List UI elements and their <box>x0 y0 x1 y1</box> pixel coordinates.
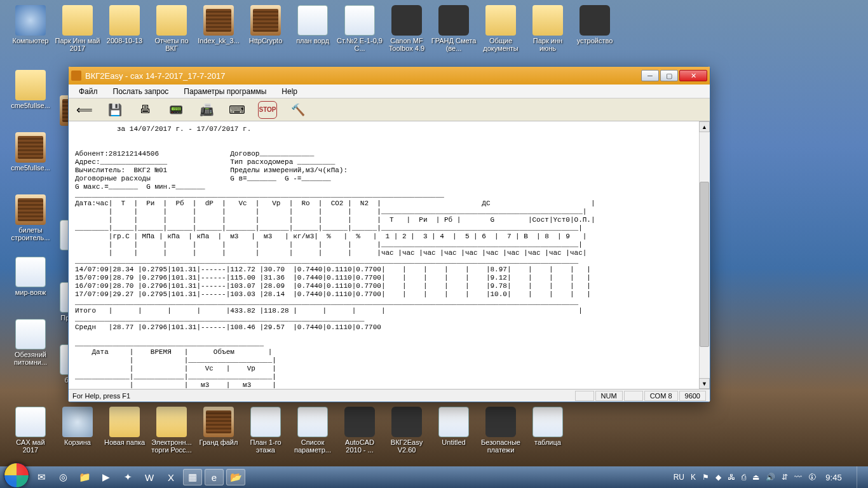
tray-action-icon[interactable]: ⏏ <box>752 473 759 482</box>
desktop-icon[interactable]: HttpCrypto <box>243 5 288 44</box>
desktop-icon[interactable]: Untitled <box>431 407 477 446</box>
desktop-icon-label: билеты строитель... <box>8 226 53 241</box>
file-icon <box>297 407 328 437</box>
stop-button[interactable]: STOP <box>258 101 277 119</box>
desktop-icon[interactable]: Безопасные платежи <box>478 407 524 454</box>
desktop-icon[interactable]: мир-вояж <box>8 257 53 296</box>
desktop-icon[interactable]: Компьютер <box>8 5 53 44</box>
tray-flag-icon[interactable]: ⚑ <box>702 473 709 482</box>
taskbar-item-explorer[interactable]: 📁 <box>75 469 94 485</box>
archive-icon <box>15 132 46 163</box>
desktop-icon-label: Index_kk_3... <box>196 37 241 44</box>
desktop-icon[interactable]: Новая папка <box>102 407 147 446</box>
desktop-icon[interactable]: план ворд <box>290 5 336 44</box>
system-tray: RU K ⚑ ◆ 🖧 ⎙ ⏏ 🔊 ⇵ 〰 🛈 9:45 <box>668 473 850 482</box>
tools-button[interactable]: 🔨 <box>288 101 308 119</box>
desktop-icon-label: План 1-го этажа <box>243 438 288 454</box>
app-icon <box>580 5 610 36</box>
maximize-button[interactable]: ▢ <box>660 70 678 81</box>
app-window: ВКГ2Easy - сах 14-7-2017_17-7-2017 ─ ▢ ✕… <box>68 66 710 402</box>
taskbar-item-media[interactable]: ▶ <box>97 469 116 485</box>
desktop-icon-label: AutoCAD 2010 - ... <box>337 438 383 454</box>
tray-network-icon[interactable]: 🖧 <box>728 473 735 482</box>
menu-help[interactable]: Help <box>275 86 304 97</box>
menu-file[interactable]: Файл <box>72 86 104 97</box>
scroll-up-button[interactable]: ▲ <box>699 121 710 132</box>
taskbar-item-vkg2easy[interactable]: ▦ <box>183 469 202 485</box>
file-icon <box>532 407 563 437</box>
back-button[interactable]: ⟸ <box>75 101 94 119</box>
scroll-thumb[interactable] <box>700 182 709 347</box>
desktop-icon[interactable]: Отчеты по ВКГ <box>149 5 194 52</box>
desktop-icon[interactable]: Index_kk_3... <box>196 5 241 44</box>
desktop-icon-label: Парк Инн май 2017 <box>55 37 100 52</box>
app-icon <box>438 5 469 36</box>
folder-icon <box>109 407 140 437</box>
desktop-icon[interactable]: САХ май 2017 <box>8 407 53 454</box>
menubar: Файл Послать запрос Параметры программы … <box>69 85 710 98</box>
app-icon <box>344 407 375 437</box>
taskbar-item-folder[interactable]: 📂 <box>226 469 245 485</box>
tray-av-icon[interactable]: K <box>691 473 696 482</box>
desktop-icon[interactable]: Ст.№2 E-1-0,9 C... <box>337 5 383 52</box>
vertical-scrollbar[interactable]: ▲ ▼ <box>699 121 710 389</box>
close-button[interactable]: ✕ <box>679 70 707 81</box>
taskbar-item-excel[interactable]: X <box>161 469 180 485</box>
desktop-icon[interactable]: Обезяний питомни... <box>8 319 53 366</box>
archive-icon <box>203 5 234 36</box>
menu-program-params[interactable]: Параметры программы <box>177 86 273 97</box>
tray-volume-icon[interactable]: 🔊 <box>766 473 775 482</box>
tray-net2-icon[interactable]: 〰 <box>794 473 802 482</box>
tray-usb-icon[interactable]: ⇵ <box>782 473 788 482</box>
tray-lang[interactable]: RU <box>674 473 684 482</box>
save-button[interactable]: 💾 <box>105 101 125 119</box>
desktop-icon[interactable]: Парк Инн май 2017 <box>55 5 100 52</box>
titlebar[interactable]: ВКГ2Easy - сах 14-7-2017_17-7-2017 ─ ▢ ✕ <box>69 67 710 85</box>
tray-device-icon[interactable]: ⎙ <box>742 473 746 482</box>
desktop-icon[interactable]: таблица <box>525 407 571 446</box>
taskbar-item-word[interactable]: W <box>140 469 159 485</box>
desktop-icon[interactable]: AutoCAD 2010 - ... <box>337 407 383 454</box>
minimize-button[interactable]: ─ <box>641 70 659 81</box>
desktop-icon[interactable]: Список параметр... <box>290 407 336 454</box>
desktop-icon[interactable]: Canon MF Toolbox 4.9 <box>384 5 430 52</box>
desktop-icon[interactable]: Электронн... торги Росс... <box>149 407 194 454</box>
desktop-icon[interactable]: ВКГ2Easy V2.60 <box>384 407 430 454</box>
desktop-icon-label: Электронн... торги Росс... <box>149 438 194 454</box>
desktop-icon[interactable]: 2008-10-13 <box>102 5 147 44</box>
menu-send-request[interactable]: Послать запрос <box>107 86 175 97</box>
archive-icon <box>15 194 46 225</box>
taskbar-item-app1[interactable]: ✦ <box>118 469 137 485</box>
statusbar: For Help, press F1 NUM COM 8 9600 <box>69 389 710 402</box>
scroll-down-button[interactable]: ▼ <box>699 378 710 389</box>
desktop-icon[interactable]: Корзина <box>55 407 100 446</box>
desktop-icon[interactable]: Гранд файл <box>196 407 241 446</box>
desktop-icon-label: Корзина <box>55 438 100 446</box>
start-button[interactable] <box>4 463 29 488</box>
device-sun-button[interactable]: 📟 <box>166 101 186 119</box>
status-help-text: For Help, press F1 <box>72 392 130 400</box>
desktop-icon[interactable]: устройство <box>572 5 618 44</box>
tray-info-icon[interactable]: 🛈 <box>808 473 816 482</box>
desktop-icon[interactable]: билеты строитель... <box>8 194 53 241</box>
taskbar-item-chrome[interactable]: ◎ <box>53 469 72 485</box>
desktop-icon-label: Untitled <box>431 438 477 446</box>
desktop-icon[interactable]: ГРАНД Смета (ве... <box>431 5 477 52</box>
window-title: ВКГ2Easy - сах 14-7-2017_17-7-2017 <box>85 71 226 81</box>
tray-app-icon[interactable]: ◆ <box>715 473 721 482</box>
desktop-icon[interactable]: cme5fullse... <box>8 132 53 172</box>
taskbar-item-ie[interactable]: e <box>205 469 224 485</box>
desktop-icon-label: Парк инн июнь <box>525 37 571 52</box>
show-desktop-button[interactable] <box>857 466 864 488</box>
print-button[interactable]: 🖶 <box>136 101 155 119</box>
desktop-icon-label: Гранд файл <box>196 438 241 446</box>
desktop-icon[interactable]: Парк инн июнь <box>525 5 571 52</box>
taskbar-item-mail[interactable]: ✉ <box>32 469 51 485</box>
device-red-button[interactable]: 📠 <box>197 101 216 119</box>
tray-clock[interactable]: 9:45 <box>822 473 845 482</box>
desktop-icon[interactable]: cme5fullse... <box>8 70 53 109</box>
device-button[interactable]: ⌨ <box>227 101 247 119</box>
desktop-icon[interactable]: План 1-го этажа <box>243 407 288 454</box>
desktop-icon-label: таблица <box>525 438 571 446</box>
desktop-icon[interactable]: Общие документы <box>478 5 524 52</box>
